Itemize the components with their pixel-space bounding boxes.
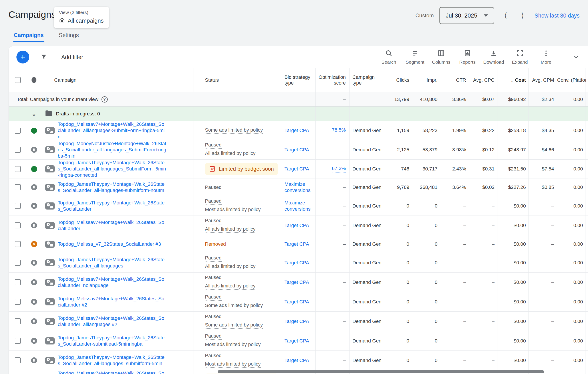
expand-button[interactable]: Expand [508,50,531,65]
campaign-state-icon[interactable] [31,299,37,305]
campaign-name-link[interactable]: Topdog_JamesTheypay+Montage+Walk_26State… [58,160,167,178]
row-checkbox[interactable] [15,203,21,209]
horizontal-scrollbar-thumb[interactable] [218,370,544,373]
filter-icon[interactable] [40,53,48,61]
campaign-state-icon[interactable] [31,166,37,172]
bid-strategy-link[interactable]: Target CPA [284,279,309,285]
column-header-optimization-score[interactable]: Optimization score [315,68,349,92]
column-header-status[interactable]: Status [199,68,281,92]
campaign-name-link[interactable]: Topdog_JamesTheypay+Montage+Walk_26State… [58,354,167,367]
help-icon[interactable]: ? [102,96,108,103]
column-header-clicks[interactable]: Clicks [384,68,412,92]
campaign-state-icon[interactable] [31,203,37,209]
status-text[interactable]: All ads limited by policy [205,283,255,290]
campaign-state-icon[interactable] [31,184,37,190]
bid-strategy-link[interactable]: Target CPA [284,299,309,305]
row-checkbox[interactable] [15,147,21,153]
status-text[interactable]: All ads limited by policy [205,226,255,233]
reports-button[interactable]: Reports [456,50,479,65]
tab-settings[interactable]: Settings [59,32,79,42]
row-checkbox[interactable] [15,338,21,344]
campaign-name-link[interactable]: Topdog_Melissav7+Montage+Walk_26States_S… [58,121,167,140]
campaign-name-link[interactable]: Topdog_Melissav7+Montage+Walk_26States_S… [58,370,167,374]
campaign-state-icon[interactable] [31,260,37,266]
status-text[interactable]: Paused [205,294,222,301]
campaign-name-link[interactable]: Topdog_Melissa_v7_32States_SocialLander … [58,241,161,247]
bid-strategy-link[interactable]: Target CPA [284,166,309,172]
status-text[interactable]: Paused [205,218,222,224]
row-checkbox[interactable] [15,279,21,285]
row-checkbox[interactable] [15,222,21,229]
bid-strategy-link[interactable]: Target CPA [284,241,309,247]
row-checkbox[interactable] [15,357,21,363]
segment-button[interactable]: Segment [403,50,427,65]
row-checkbox[interactable] [15,318,21,324]
campaign-name-link[interactable]: Topdog_JamesTheypay+Montage+Walk_26State… [58,257,167,269]
bid-strategy-link[interactable]: Target CPA [284,357,309,364]
view-filter-chip[interactable]: View (2 filters) All campaigns [54,7,109,28]
campaign-name-link[interactable]: Topdog_Melissav7+Montage+Walk_26States_S… [58,219,167,232]
bid-strategy-link[interactable]: Target CPA [284,260,309,266]
status-text[interactable]: Most ads limited by policy [205,361,261,368]
bid-strategy-link[interactable]: Target CPA [284,127,309,134]
optimization-score-link[interactable]: 78.5% [332,127,346,134]
select-all-checkbox[interactable] [15,77,21,83]
add-campaign-button[interactable]: + [16,51,29,63]
column-header-ctr[interactable]: CTR [440,68,469,92]
status-text[interactable]: Paused [205,275,222,281]
bid-strategy-link[interactable]: Maximize conversions [284,181,314,194]
bid-strategy-link[interactable]: Target CPA [284,222,309,229]
bid-strategy-link[interactable]: Target CPA [284,338,309,344]
show-last-30-days-link[interactable]: Show last 30 days [535,12,579,19]
column-header-campaign[interactable]: Campaign [42,68,193,92]
column-header-bid-strategy[interactable]: Bid strategy type [281,68,315,92]
tab-campaigns[interactable]: Campaigns [14,32,44,42]
status-text[interactable]: Paused [205,255,222,262]
row-checkbox[interactable] [15,241,21,247]
campaign-state-icon[interactable] [31,241,37,247]
drafts-row[interactable]: ⌄ Drafts in progress: 0 [9,106,588,121]
campaign-name-link[interactable]: Topdog_MoneyNotJustice+Montage+Walk_26St… [58,141,167,159]
row-checkbox[interactable] [15,184,21,190]
campaign-name-link[interactable]: Topdog_JamesTheypay+Montage+Walk_26State… [58,200,167,212]
column-header-avg-cpc[interactable]: Avg. CPC [469,68,497,92]
status-text[interactable]: Paused [205,198,222,205]
bid-strategy-link[interactable]: Target CPA [284,147,309,153]
limited-by-budget-badge[interactable]: Limited by budget soon [205,163,278,175]
campaign-state-icon[interactable] [31,147,37,153]
row-checkbox[interactable] [15,299,21,305]
status-text[interactable]: All ads limited by policy [205,264,255,270]
campaign-state-icon[interactable] [31,357,37,363]
collapse-toolbar-button[interactable] [568,53,584,61]
column-header-cost[interactable]: ↓Cost [497,68,528,92]
campaign-name-link[interactable]: Topdog_Melissav7+Montage+Walk_26States_S… [58,296,167,308]
row-checkbox[interactable] [15,166,21,172]
column-header-conv[interactable]: Conv. (Platform Comparable) [557,68,586,92]
campaign-state-icon[interactable] [31,279,37,285]
campaign-name-link[interactable]: Topdog_Melissav7+Montage+Walk_26States_S… [58,315,167,328]
campaign-state-icon[interactable] [31,318,37,324]
status-text[interactable]: Paused [205,142,222,149]
campaign-state-icon[interactable] [31,128,37,134]
next-date-range-button[interactable]: ⟩ [514,7,531,24]
row-checkbox[interactable] [15,260,21,266]
expand-drafts-chevron-icon[interactable]: ⌄ [32,111,36,117]
status-text[interactable]: Paused [205,314,222,320]
download-button[interactable]: Download [482,50,505,65]
column-header-impr[interactable]: Impr. [412,68,440,92]
search-button[interactable]: Search [377,50,400,65]
optimization-score-link[interactable]: 67.3% [332,166,346,172]
status-text[interactable]: All ads limited by policy [205,151,255,157]
status-text[interactable]: Most ads limited by policy [205,207,261,213]
campaign-state-icon[interactable] [31,222,37,229]
campaign-name-link[interactable]: Topdog_JamesTheypay+Montage+Walk_26State… [58,335,167,347]
more-button[interactable]: More [535,50,557,65]
row-checkbox[interactable] [15,128,21,134]
previous-date-range-button[interactable]: ⟨ [497,7,514,24]
campaign-name-link[interactable]: Topdog_Melissav7+Montage+Walk_26States_S… [58,276,167,289]
status-text[interactable]: Paused [205,333,222,340]
campaign-state-icon[interactable] [31,338,37,344]
column-header-avg-cpm[interactable]: Avg. CPM [528,68,557,92]
date-picker-button[interactable]: Jul 30, 2025 [440,7,494,24]
status-text[interactable]: Some ads limited by policy [205,322,263,329]
